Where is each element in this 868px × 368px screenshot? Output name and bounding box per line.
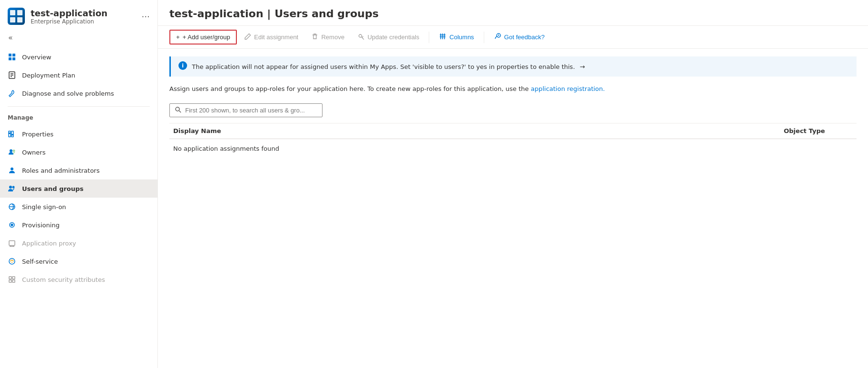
sidebar-item-label: Application proxy: [22, 240, 76, 247]
svg-rect-2: [10, 17, 15, 22]
search-icon: [175, 106, 181, 114]
data-table: Display Name Object Type No application …: [169, 123, 857, 158]
sidebar-item-label: Deployment Plan: [22, 72, 75, 79]
col-header-object-type: Object Type: [780, 127, 857, 134]
svg-rect-1: [17, 10, 22, 15]
app-subtitle: Enterprise Application: [31, 18, 108, 25]
svg-rect-3: [17, 17, 22, 22]
remove-label: Remove: [321, 33, 344, 41]
add-label: + Add user/group: [183, 33, 230, 41]
remove-button[interactable]: Remove: [306, 30, 350, 44]
grid-icon: [8, 53, 16, 61]
add-user-group-button[interactable]: + + Add user/group: [169, 30, 237, 45]
table-header: Display Name Object Type: [169, 123, 857, 139]
svg-point-41: [176, 107, 179, 111]
more-button[interactable]: ···: [142, 11, 150, 22]
svg-rect-4: [9, 54, 11, 56]
search-input[interactable]: [185, 107, 317, 114]
main-content: test-application | Users and groups + + …: [158, 0, 868, 368]
svg-point-19: [9, 186, 12, 189]
sidebar-item-roles[interactable]: Roles and administrators: [0, 161, 157, 179]
svg-point-25: [9, 258, 15, 264]
svg-point-16: [10, 149, 12, 152]
toolbar-sep-1: [429, 32, 429, 43]
svg-rect-27: [9, 277, 11, 279]
svg-rect-28: [12, 277, 15, 279]
svg-point-18: [11, 167, 13, 170]
sidebar-item-label: Properties: [22, 131, 54, 138]
sidebar-item-diagnose[interactable]: Diagnose and solve problems: [0, 84, 157, 102]
feedback-icon: [494, 33, 501, 42]
svg-rect-6: [9, 57, 11, 60]
nav-divider: [8, 106, 150, 107]
empty-message: No application assignments found: [169, 139, 857, 158]
app-header: test-application Enterprise Application …: [0, 0, 157, 29]
proxy-icon: [8, 239, 16, 247]
sidebar-item-label: Self-service: [22, 258, 58, 265]
sidebar-item-provisioning[interactable]: Provisioning: [0, 216, 157, 234]
app-icon: [8, 8, 25, 25]
sidebar-item-label: Single sign-on: [22, 203, 66, 211]
info-icon: [178, 61, 187, 72]
toolbar: + + Add user/group Edit assignment Remov…: [158, 26, 868, 49]
selfservice-icon: [8, 257, 16, 266]
edit-icon: [245, 33, 251, 41]
sso-icon: [8, 202, 16, 211]
sidebar: test-application Enterprise Application …: [0, 0, 158, 368]
sidebar-item-label: Custom security attributes: [22, 276, 105, 283]
add-icon: +: [176, 33, 180, 41]
roles-icon: [8, 166, 16, 175]
sidebar-item-label: Owners: [22, 149, 45, 156]
table-body: No application assignments found: [169, 139, 857, 158]
info-arrow: →: [580, 63, 585, 70]
update-label: Update credentials: [367, 33, 419, 41]
svg-rect-30: [12, 280, 15, 282]
manage-nav: Properties Owners Roles and administrato…: [0, 123, 157, 290]
svg-rect-39: [182, 65, 183, 67]
app-name-title: test-application: [169, 8, 263, 20]
description-text: Assign users and groups to app-roles for…: [158, 77, 868, 98]
svg-rect-24: [9, 241, 15, 245]
sidebar-item-label: Users and groups: [22, 185, 84, 192]
columns-button[interactable]: Columns: [433, 30, 479, 45]
sidebar-item-users[interactable]: Users and groups: [0, 179, 157, 198]
svg-point-17: [13, 150, 15, 152]
sidebar-item-custom: Custom security attributes: [0, 270, 157, 289]
sidebar-item-label: Provisioning: [22, 222, 60, 229]
sidebar-item-deployment[interactable]: Deployment Plan: [0, 66, 157, 84]
svg-point-23: [11, 224, 13, 226]
sidebar-item-owners[interactable]: Owners: [0, 143, 157, 161]
info-banner: The application will not appear for assi…: [169, 56, 857, 77]
page-title: test-application | Users and groups: [169, 8, 857, 20]
collapse-button[interactable]: «: [4, 31, 17, 44]
sidebar-item-label: Overview: [22, 54, 51, 61]
edit-assignment-button[interactable]: Edit assignment: [239, 30, 304, 44]
app-registration-link[interactable]: application registration.: [531, 85, 605, 92]
key-icon: [358, 33, 365, 41]
svg-point-26: [11, 262, 12, 263]
section-title: Users and groups: [275, 8, 379, 20]
col-header-display-name: Display Name: [169, 127, 780, 134]
update-credentials-button[interactable]: Update credentials: [352, 30, 425, 44]
sidebar-item-proxy: Application proxy: [0, 234, 157, 252]
sidebar-item-selfservice[interactable]: Self-service: [0, 252, 157, 270]
trash-icon: [312, 33, 318, 41]
app-title-block: test-application Enterprise Application: [31, 8, 108, 25]
app-name: test-application: [31, 8, 108, 18]
svg-rect-14: [9, 133, 11, 134]
feedback-button[interactable]: Got feedback?: [488, 30, 551, 45]
feedback-label: Got feedback?: [504, 33, 545, 41]
sidebar-item-properties[interactable]: Properties: [0, 125, 157, 143]
sidebar-item-overview[interactable]: Overview: [0, 48, 157, 66]
svg-rect-5: [12, 54, 15, 56]
svg-rect-7: [12, 57, 15, 60]
svg-point-20: [12, 186, 15, 189]
custom-icon: [8, 275, 16, 284]
sidebar-item-sso[interactable]: Single sign-on: [0, 198, 157, 216]
provisioning-icon: [8, 221, 16, 229]
info-message: The application will not appear for assi…: [192, 63, 575, 70]
svg-rect-0: [10, 10, 15, 15]
columns-icon: [439, 33, 446, 42]
svg-rect-15: [11, 134, 13, 135]
owners-icon: [8, 148, 16, 156]
